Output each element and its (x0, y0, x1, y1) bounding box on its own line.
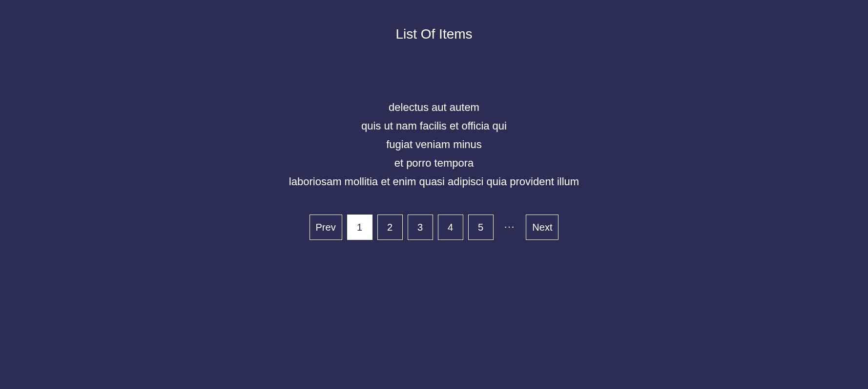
page-button-4[interactable]: 4 (438, 215, 463, 240)
page-button-1[interactable]: 1 (347, 215, 372, 240)
list-item: laboriosam mollitia et enim quasi adipis… (289, 174, 579, 190)
pagination-ellipsis: ... (498, 219, 521, 230)
list-item: delectus aut autem (389, 100, 479, 115)
list-item: quis ut nam facilis et officia qui (361, 118, 507, 134)
page-button-3[interactable]: 3 (408, 215, 433, 240)
page-button-5[interactable]: 5 (468, 215, 494, 240)
next-button[interactable]: Next (526, 215, 558, 240)
list-item: et porro tempora (394, 155, 474, 171)
page-title: List Of Items (395, 26, 472, 42)
list-item: fugiat veniam minus (386, 137, 482, 152)
page-button-2[interactable]: 2 (377, 215, 403, 240)
pagination: Prev 1 2 3 4 5 ... Next (310, 215, 559, 240)
prev-button[interactable]: Prev (310, 215, 342, 240)
items-list: delectus aut autem quis ut nam facilis e… (289, 100, 579, 189)
